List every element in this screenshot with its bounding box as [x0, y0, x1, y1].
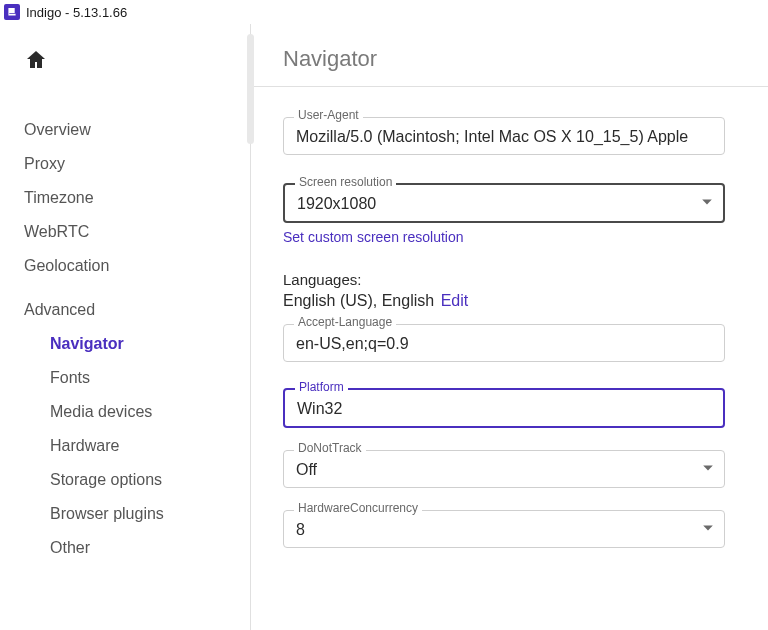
sidebar-item-media-devices[interactable]: Media devices: [0, 395, 249, 429]
sidebar-section-advanced: Advanced: [0, 283, 249, 325]
home-icon[interactable]: [24, 59, 48, 75]
sidebar-item-storage-options[interactable]: Storage options: [0, 463, 249, 497]
user-agent-value: Mozilla/5.0 (Macintosh; Intel Mac OS X 1…: [296, 128, 688, 146]
hardware-concurrency-value: 8: [296, 521, 688, 539]
sidebar-item-geolocation[interactable]: Geolocation: [0, 249, 249, 283]
accept-language-value: en-US,en;q=0.9: [296, 335, 688, 353]
languages-edit-link[interactable]: Edit: [439, 292, 469, 309]
platform-field[interactable]: Platform Win32: [283, 388, 725, 428]
sidebar-item-overview[interactable]: Overview: [0, 113, 249, 147]
sidebar-main-nav: Overview Proxy Timezone WebRTC Geolocati…: [0, 105, 249, 283]
screen-resolution-label: Screen resolution: [295, 176, 396, 188]
screen-resolution-value: 1920x1080: [297, 195, 687, 213]
do-not-track-select[interactable]: DoNotTrack Off: [283, 450, 725, 488]
languages-label: Languages:: [283, 271, 725, 288]
set-custom-resolution-link[interactable]: Set custom screen resolution: [283, 229, 725, 245]
main-panel: Navigator User-Agent Mozilla/5.0 (Macint…: [250, 24, 768, 630]
app-icon: [4, 4, 20, 20]
chevron-down-icon: [702, 521, 714, 537]
chevron-down-icon: [701, 195, 713, 211]
languages-value: English (US), English: [283, 292, 434, 309]
sidebar-item-other[interactable]: Other: [0, 531, 249, 565]
chevron-down-icon: [702, 461, 714, 477]
content-area: Overview Proxy Timezone WebRTC Geolocati…: [0, 24, 768, 630]
sidebar-item-fonts[interactable]: Fonts: [0, 361, 249, 395]
scrollbar-thumb[interactable]: [247, 34, 254, 144]
platform-label: Platform: [295, 381, 348, 393]
accept-language-field[interactable]: Accept-Language en-US,en;q=0.9: [283, 324, 725, 362]
do-not-track-label: DoNotTrack: [294, 442, 366, 454]
sidebar-item-hardware[interactable]: Hardware: [0, 429, 249, 463]
platform-value: Win32: [297, 400, 687, 418]
accept-language-label: Accept-Language: [294, 316, 396, 328]
sidebar-item-proxy[interactable]: Proxy: [0, 147, 249, 181]
window-title: Indigo - 5.13.1.66: [26, 5, 127, 20]
sidebar: Overview Proxy Timezone WebRTC Geolocati…: [0, 24, 250, 630]
hardware-concurrency-select[interactable]: HardwareConcurrency 8: [283, 510, 725, 548]
page-title: Navigator: [251, 24, 768, 86]
sidebar-item-navigator[interactable]: Navigator: [0, 327, 249, 361]
sidebar-item-browser-plugins[interactable]: Browser plugins: [0, 497, 249, 531]
hardware-concurrency-label: HardwareConcurrency: [294, 502, 422, 514]
sidebar-advanced-nav: Navigator Fonts Media devices Hardware S…: [0, 325, 249, 565]
sidebar-item-timezone[interactable]: Timezone: [0, 181, 249, 215]
screen-resolution-select[interactable]: Screen resolution 1920x1080: [283, 183, 725, 223]
window-titlebar: Indigo - 5.13.1.66: [0, 0, 768, 24]
user-agent-label: User-Agent: [294, 109, 363, 121]
sidebar-item-webrtc[interactable]: WebRTC: [0, 215, 249, 249]
languages-block: Languages: English (US), English Edit: [283, 271, 725, 310]
user-agent-field[interactable]: User-Agent Mozilla/5.0 (Macintosh; Intel…: [283, 117, 725, 155]
do-not-track-value: Off: [296, 461, 688, 479]
form-area: User-Agent Mozilla/5.0 (Macintosh; Intel…: [251, 87, 768, 568]
